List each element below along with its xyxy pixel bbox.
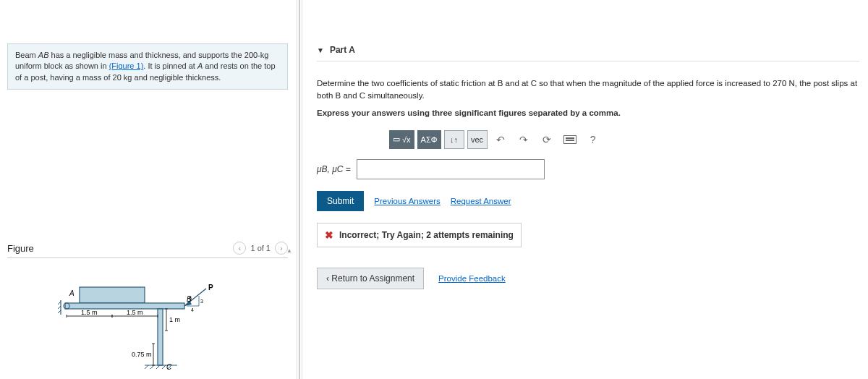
part-label: Part A — [330, 45, 355, 55]
figure-link[interactable]: (Figure 1) — [109, 61, 144, 70]
submit-button[interactable]: Submit — [317, 191, 364, 211]
figure-title: Figure — [7, 243, 34, 254]
incorrect-icon: ✖ — [325, 229, 333, 241]
reset-button[interactable]: ⟳ — [537, 130, 557, 149]
answer-input[interactable] — [357, 159, 545, 179]
help-button[interactable]: ? — [583, 130, 603, 149]
vec-button[interactable]: vec — [467, 130, 488, 149]
svg-text:4: 4 — [191, 307, 194, 312]
answer-label: μB, μC = — [317, 164, 351, 174]
return-button[interactable]: ‹ Return to Assignment — [317, 268, 424, 289]
svg-rect-0 — [80, 287, 145, 303]
svg-text:3: 3 — [200, 299, 203, 304]
collapse-icon[interactable]: ▼ — [317, 46, 324, 54]
svg-text:5: 5 — [189, 296, 192, 301]
request-answer-link[interactable]: Request Answer — [451, 197, 511, 205]
svg-line-9 — [145, 365, 148, 369]
feedback-message: ✖ Incorrect; Try Again; 2 attempts remai… — [317, 223, 522, 247]
svg-rect-1 — [65, 303, 184, 309]
figure-pager: ‹ 1 of 1 › — [233, 242, 288, 255]
templates-button[interactable]: ▭ √x — [389, 130, 414, 149]
question-text: Determine the two coefficients of static… — [317, 77, 859, 103]
svg-text:1 m: 1 m — [169, 316, 180, 323]
previous-answers-link[interactable]: Previous Answers — [374, 197, 440, 205]
figure-image: A B C P 1.5 m 1.5 m 1 m 0.75 m 5 4 3 — [7, 280, 288, 379]
equation-toolbar: ▭ √x ΑΣΦ ↓↑ vec ↶ ↷ ⟳ ? — [389, 130, 859, 149]
svg-text:C: C — [166, 363, 172, 371]
keyboard-button[interactable] — [560, 130, 580, 149]
problem-statement: Beam AB has a negligible mass and thickn… — [7, 43, 288, 90]
svg-text:P: P — [208, 284, 213, 291]
svg-line-10 — [150, 365, 154, 369]
redo-button[interactable]: ↷ — [514, 130, 534, 149]
subscript-button[interactable]: ↓↑ — [444, 130, 464, 149]
svg-line-11 — [156, 365, 160, 369]
greek-button[interactable]: ΑΣΦ — [417, 130, 441, 149]
svg-text:1.5 m: 1.5 m — [81, 309, 98, 316]
svg-text:0.75 m: 0.75 m — [132, 351, 152, 358]
pager-prev[interactable]: ‹ — [233, 242, 246, 255]
instruction-text: Express your answers using three signifi… — [317, 108, 859, 117]
undo-button[interactable]: ↶ — [490, 130, 511, 149]
svg-line-12 — [162, 365, 166, 369]
keyboard-icon — [563, 135, 576, 144]
provide-feedback-link[interactable]: Provide Feedback — [438, 274, 506, 283]
svg-text:A: A — [69, 289, 75, 297]
svg-rect-7 — [158, 309, 163, 365]
pane-divider[interactable] — [297, 0, 302, 379]
svg-text:1.5 m: 1.5 m — [127, 309, 143, 316]
